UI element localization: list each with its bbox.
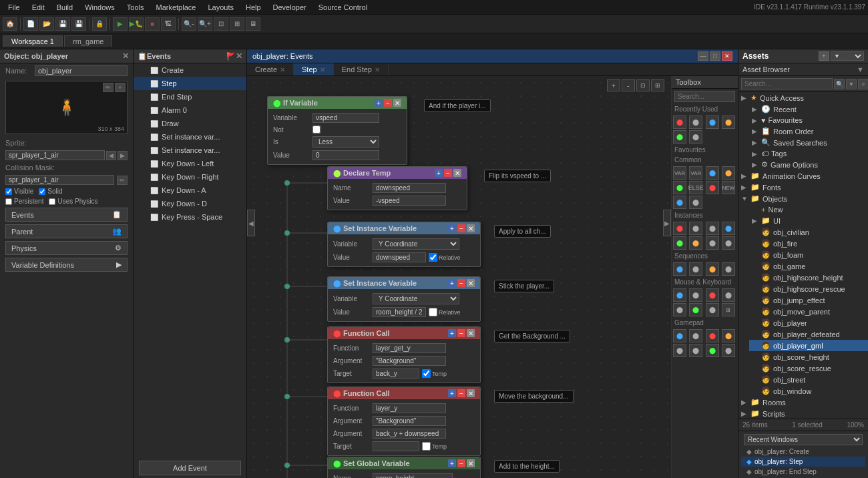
add-event-btn[interactable]: Add Event (139, 461, 241, 475)
function-call-1-func-input[interactable] (373, 343, 446, 353)
obj-move-parent-item[interactable]: 🧑 obj_move_parent (749, 306, 868, 317)
obj-street-item[interactable]: 🧑 obj_street (749, 374, 868, 385)
obj-player-defeated-item[interactable]: 🧑 obj_player_defeated (749, 328, 868, 340)
event-set-var2[interactable]: ⬜ Set instance var... (134, 144, 246, 157)
variable-defs-btn[interactable]: Variable Definitions ▶ (5, 258, 128, 272)
assets-dropdown[interactable]: ▼ (831, 51, 864, 61)
canvas-maximize-btn[interactable]: □ (710, 51, 720, 61)
event-draw[interactable]: ⬜ Draw (134, 117, 246, 130)
room-order-item[interactable]: ▶ 📋 Room Order (749, 126, 868, 137)
canvas-tab-step-close[interactable]: ✕ (320, 66, 325, 73)
event-create[interactable]: ⬜ Create (134, 63, 246, 77)
workspace-tab-2[interactable]: rm_game (64, 35, 112, 47)
toolbox-inst5[interactable]: ⬤ (673, 236, 686, 250)
toolbox-inst3[interactable]: ⬤ (706, 222, 719, 235)
sprite-name-input[interactable] (5, 150, 105, 160)
toolbox-mk6[interactable]: ⬤ (689, 303, 702, 316)
toolbox-item-1[interactable]: ⬤ (673, 115, 686, 129)
if-variable-close-btn[interactable]: ✕ (393, 99, 401, 107)
function-call-1-arg-input[interactable] (373, 356, 446, 366)
function-call-2-expand-btn[interactable]: + (448, 389, 456, 397)
canvas-tab-end-step[interactable]: End Step ✕ (334, 63, 389, 75)
toolbox-gp6[interactable]: ⬤ (689, 344, 702, 357)
obj-highscore-height-item[interactable]: 🧑 obj_highscore_height (749, 272, 868, 283)
recent-obj-player-end-step[interactable]: ◆ obj_player: End Step (741, 467, 865, 477)
if-variable-variable-input[interactable] (312, 113, 379, 123)
declare-temp-value-input[interactable] (373, 196, 446, 206)
collapse-left-btn[interactable]: ◀ (247, 210, 255, 236)
function-call-2-arg1-input[interactable] (373, 416, 446, 426)
scripts-item[interactable]: ▶ 📁 Scripts (738, 408, 868, 419)
obj-player-item[interactable]: 🧑 obj_player (749, 317, 868, 328)
collision-edit-btn[interactable]: ✏ (117, 176, 128, 185)
toolbox-func-item[interactable]: ⬤ (673, 181, 686, 194)
game-options-item[interactable]: ▶ ⚙ Game Options (749, 159, 868, 170)
toolbox-mk1[interactable]: ⬤ (673, 288, 686, 302)
obj-game-item[interactable]: 🧑 obj_game (749, 260, 868, 272)
event-key-d[interactable]: ⬜ Key Down - D (134, 197, 246, 210)
toolbox-else-item[interactable]: ELSE (689, 181, 702, 194)
function-call-2-func-input[interactable] (373, 403, 446, 413)
set-instance-2-close-btn[interactable]: ✕ (467, 279, 475, 287)
set-global-close-btn[interactable]: ✕ (467, 459, 475, 467)
declare-temp-name-input[interactable] (373, 183, 446, 193)
set-global-name-input[interactable] (373, 473, 453, 478)
toolbar-play[interactable]: ▶ (113, 17, 128, 31)
ui-item-tree[interactable]: ▶ 📁 UI (749, 215, 868, 226)
set-instance-2-minus-btn[interactable]: − (457, 279, 465, 287)
event-set-var1[interactable]: ⬜ Set instance var... (134, 130, 246, 144)
toolbox-mk7[interactable]: ⬤ (706, 303, 719, 316)
canvas-inner[interactable]: Toolbox Recently Used ⬤ ⬤ ⬤ ⬤ ⬤ ⬤ Favour… (247, 76, 738, 478)
function-call-1-minus-btn[interactable]: − (457, 329, 465, 337)
collision-input[interactable] (5, 175, 114, 185)
menu-developer[interactable]: Developer (268, 2, 312, 13)
toolbox-item-5[interactable]: ⬤ (673, 130, 686, 144)
function-call-2-target-input[interactable] (373, 441, 419, 451)
toolbox-code-item[interactable]: ⬤ (689, 196, 702, 209)
assets-search-icon[interactable]: 🔍 (834, 79, 845, 89)
object-panel-close[interactable]: ✕ (122, 51, 129, 61)
uses-physics-checkbox[interactable] (49, 198, 55, 205)
event-key-right[interactable]: ⬜ Key Down - Right (134, 170, 246, 184)
toolbox-item-3[interactable]: ⬤ (706, 115, 719, 129)
function-call-2-minus-btn[interactable]: − (457, 389, 465, 397)
toolbox-seq2[interactable]: ⬤ (689, 262, 702, 276)
toolbox-if-item[interactable]: ⬤ (706, 166, 719, 180)
toolbox-inst4[interactable]: ⬤ (722, 222, 735, 235)
function-call-2-arg2-input[interactable] (373, 429, 446, 439)
toolbar-new[interactable]: 📄 (23, 17, 38, 31)
tags-item[interactable]: ▶ 🏷 Tags (749, 148, 868, 159)
toolbox-new-item[interactable]: NEW (722, 181, 735, 194)
menu-source-control[interactable]: Source Control (313, 2, 373, 13)
set-instance-1-minus-btn[interactable]: − (457, 224, 465, 232)
set-instance-1-value-input[interactable] (373, 252, 426, 262)
zoom-100-btn[interactable]: ⊞ (651, 79, 664, 91)
toolbox-mk8[interactable]: ⊞ (722, 303, 735, 316)
canvas-tab-create[interactable]: Create ✕ (247, 63, 294, 75)
event-end-step[interactable]: ⬜ End Step (134, 90, 246, 103)
toolbox-mk2[interactable]: ⬤ (689, 288, 702, 302)
function-call-2-close-btn[interactable]: ✕ (467, 389, 475, 397)
physics-btn[interactable]: Physics ⚙ (5, 241, 128, 255)
toolbar-zoom-in[interactable]: 🔍+ (198, 17, 212, 31)
toolbox-repeat-item[interactable]: ⬤ (722, 166, 735, 180)
rooms-item[interactable]: ▶ 📁 Rooms (738, 397, 868, 408)
menu-layouts[interactable]: Layouts (202, 2, 239, 13)
toolbar-stop[interactable]: ■ (145, 17, 160, 31)
event-key-a[interactable]: ⬜ Key Down - A (134, 184, 246, 197)
canvas-tab-end-step-close[interactable]: ✕ (375, 66, 380, 73)
sprite-edit-icon[interactable]: ✏ (103, 83, 114, 92)
if-variable-is-select[interactable]: Less Greater Equal (312, 136, 379, 148)
toolbar-zoom-out[interactable]: 🔍- (182, 17, 196, 31)
menu-marketplace[interactable]: Marketplace (150, 2, 201, 13)
recent-windows-dropdown[interactable]: Recent Windows (744, 434, 863, 445)
obj-score-rescue-item[interactable]: 🧑 obj_score_rescue (749, 363, 868, 374)
function-call-1-close-btn[interactable]: ✕ (467, 329, 475, 337)
obj-window-item[interactable]: 🧑 obj_window (749, 385, 868, 397)
toolbox-inst2[interactable]: ⬤ (689, 222, 702, 235)
toolbox-exit-item[interactable]: ⬤ (706, 181, 719, 194)
visible-checkbox[interactable] (5, 188, 12, 195)
toolbox-seq3[interactable]: ⬤ (706, 262, 719, 276)
toolbox-comment-item[interactable]: ⬤ (673, 196, 686, 209)
objects-section-item[interactable]: ▼ 📁 Objects (738, 193, 868, 204)
